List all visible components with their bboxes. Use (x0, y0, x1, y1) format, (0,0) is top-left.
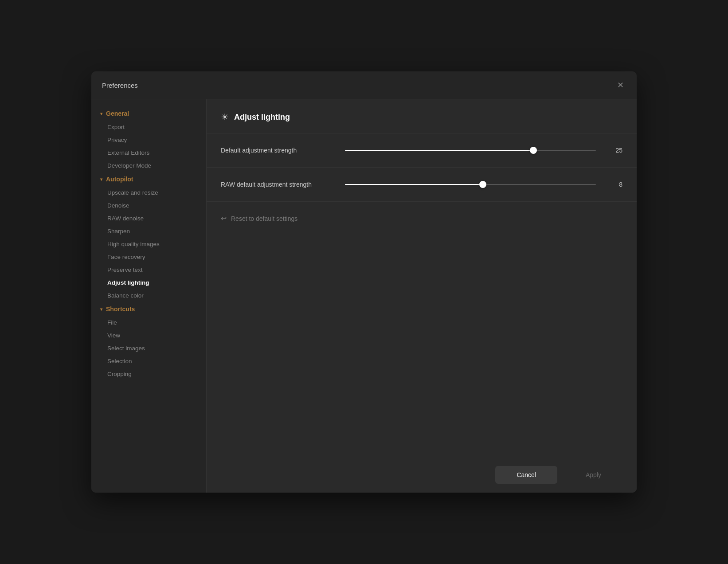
chevron-icon: ▾ (100, 111, 102, 116)
slider-label-raw-strength: RAW default adjustment strength (221, 181, 336, 188)
slider-row-raw-strength: RAW default adjustment strength8 (207, 168, 637, 202)
slider-container-default-strength[interactable] (345, 146, 596, 155)
slider-value-default-strength: 25 (605, 147, 622, 154)
sidebar-item-cropping[interactable]: Cropping (91, 368, 206, 380)
close-button[interactable]: ✕ (614, 79, 626, 91)
chevron-icon: ▾ (100, 177, 102, 182)
sidebar-item-selection[interactable]: Selection (91, 355, 206, 368)
slider-row-default-strength: Default adjustment strength25 (207, 133, 637, 168)
sidebar-item-file[interactable]: File (91, 316, 206, 329)
sidebar-item-adjust-lighting[interactable]: Adjust lighting (91, 276, 206, 289)
sliders-container: Default adjustment strength25RAW default… (207, 133, 637, 202)
sidebar-item-export[interactable]: Export (91, 121, 206, 133)
sidebar-item-developer-mode[interactable]: Developer Mode (91, 159, 206, 172)
slider-value-raw-strength: 8 (605, 181, 622, 188)
slider-thumb-default-strength[interactable] (530, 147, 537, 154)
slider-label-default-strength: Default adjustment strength (221, 147, 336, 154)
slider-thumb-raw-strength[interactable] (479, 181, 486, 188)
sidebar-item-external-editors[interactable]: External Editors (91, 146, 206, 159)
sidebar-item-preserve-text[interactable]: Preserve text (91, 263, 206, 276)
reset-icon: ↩ (221, 214, 227, 223)
slider-fill-default-strength (345, 150, 533, 151)
sidebar-item-balance-color[interactable]: Balance color (91, 289, 206, 302)
content-header: ☀ Adjust lighting (207, 99, 637, 133)
reset-label: Reset to default settings (231, 215, 297, 222)
sidebar-section-autopilot[interactable]: ▾Autopilot (91, 172, 206, 186)
slider-container-raw-strength[interactable] (345, 180, 596, 189)
sidebar-item-view[interactable]: View (91, 329, 206, 342)
title-bar: Preferences ✕ (91, 71, 637, 99)
sidebar-item-raw-denoise[interactable]: RAW denoise (91, 212, 206, 225)
slider-fill-raw-strength (345, 184, 483, 185)
main-content: ☀ Adjust lighting Default adjustment str… (207, 99, 637, 493)
reset-row[interactable]: ↩ Reset to default settings (207, 202, 637, 235)
dialog-title: Preferences (102, 82, 138, 89)
sidebar-item-privacy[interactable]: Privacy (91, 133, 206, 146)
section-label: Autopilot (106, 176, 133, 183)
dialog-body: ▾GeneralExportPrivacyExternal EditorsDev… (91, 99, 637, 493)
preferences-dialog: Preferences ✕ ▾GeneralExportPrivacyExter… (91, 71, 637, 493)
sidebar-item-upscale-resize[interactable]: Upscale and resize (91, 186, 206, 199)
sidebar-item-face-recovery[interactable]: Face recovery (91, 251, 206, 263)
slider-track-raw-strength (345, 184, 596, 185)
content-area: ☀ Adjust lighting Default adjustment str… (207, 99, 637, 457)
chevron-icon: ▾ (100, 307, 102, 312)
footer: Cancel Apply (207, 457, 637, 493)
sidebar-item-select-images[interactable]: Select images (91, 342, 206, 355)
slider-track-default-strength (345, 150, 596, 151)
adjust-lighting-icon: ☀ (221, 112, 229, 122)
cancel-button[interactable]: Cancel (495, 466, 557, 484)
sidebar-section-shortcuts[interactable]: ▾Shortcuts (91, 302, 206, 316)
sidebar: ▾GeneralExportPrivacyExternal EditorsDev… (91, 99, 207, 493)
sidebar-item-high-quality[interactable]: High quality images (91, 238, 206, 251)
apply-button[interactable]: Apply (564, 466, 622, 484)
section-label: Shortcuts (106, 306, 135, 313)
sidebar-item-sharpen[interactable]: Sharpen (91, 225, 206, 238)
sidebar-item-denoise[interactable]: Denoise (91, 199, 206, 212)
sidebar-section-general[interactable]: ▾General (91, 106, 206, 121)
content-title: Adjust lighting (234, 113, 290, 122)
section-label: General (106, 110, 129, 117)
